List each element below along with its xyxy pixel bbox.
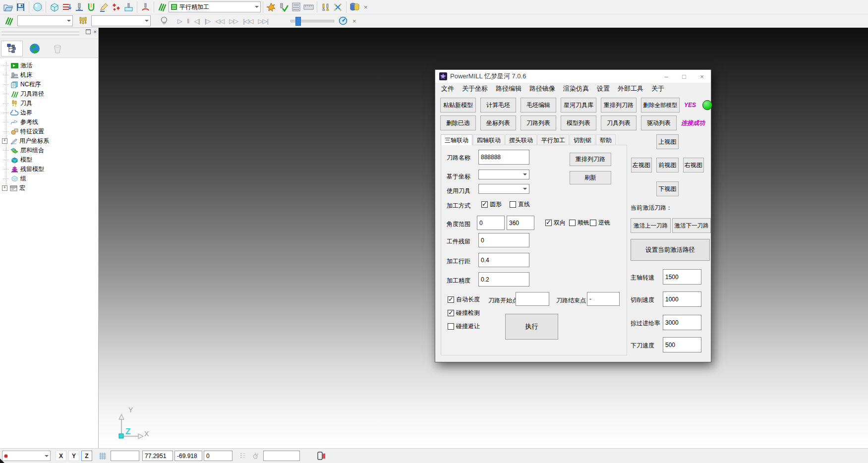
float-panel-icon[interactable] — [86, 29, 91, 34]
sim-tool-combo[interactable] — [91, 15, 151, 26]
toolbar-close-icon[interactable]: × — [361, 3, 371, 11]
expander-icon[interactable]: + — [2, 185, 7, 191]
activate-prev-button[interactable]: 激活上一刀路 — [631, 218, 671, 233]
view-top-button[interactable]: 上视图 — [656, 134, 679, 149]
explorer-header[interactable]: × — [0, 28, 98, 39]
dialog-titlebar[interactable]: PowerMILL 忆梦星河 7.0.6 – □ × — [435, 70, 711, 83]
rearrange-toolpaths-button[interactable]: 重排列刀路 — [601, 98, 637, 113]
delete-selected-button[interactable]: 删除已选 — [440, 116, 476, 130]
recycle-bin-tab[interactable] — [47, 41, 68, 57]
pattern-points-icon[interactable] — [110, 1, 122, 13]
tool-list-button[interactable]: 刀具列表 — [601, 116, 637, 130]
play-icon[interactable]: ▷ — [175, 17, 184, 25]
calc-block-button[interactable]: 计算毛坯 — [480, 98, 516, 113]
go-start-icon[interactable]: |◁◁ — [240, 17, 255, 25]
rapid-heights-icon[interactable] — [73, 1, 85, 13]
tree-item-groups[interactable]: 组 — [0, 174, 98, 183]
tree-item-patterns[interactable]: 参考线 — [0, 117, 98, 127]
activate-next-button[interactable]: 激活下一刀路 — [672, 218, 711, 233]
tool-check-icon[interactable] — [278, 1, 290, 13]
sim-toolpath-combo[interactable] — [17, 15, 73, 26]
swap-axes-icon[interactable] — [332, 1, 344, 13]
conventional-checkbox[interactable]: 逆铣 — [590, 219, 610, 227]
spindle-speed-input[interactable] — [663, 269, 701, 285]
tab-help[interactable]: 帮助 — [596, 134, 616, 145]
auto-length-checkbox[interactable]: 自动长度 — [448, 295, 480, 304]
grid-snap-icon[interactable] — [96, 450, 109, 462]
tools-icon[interactable] — [77, 15, 89, 27]
checkbox-icon[interactable] — [448, 323, 454, 330]
checkbox-icon[interactable] — [510, 201, 516, 208]
cursor-y-field[interactable] — [174, 451, 202, 461]
edit-block-button[interactable]: 毛坯编辑 — [521, 98, 556, 113]
step-back-icon[interactable]: ◁| — [191, 17, 202, 25]
checkbox-icon[interactable] — [569, 220, 576, 226]
save-icon[interactable] — [14, 1, 27, 13]
checkbox-icon[interactable] — [448, 296, 454, 303]
axis-z-button[interactable]: Z — [81, 451, 92, 461]
sim-dial-icon[interactable] — [337, 15, 349, 27]
tree-item-levels-sets[interactable]: 层和组合 — [0, 146, 98, 155]
minimize-button[interactable]: – — [657, 70, 675, 83]
open-file-icon[interactable] — [2, 1, 14, 13]
view-front-button[interactable]: 前视图 — [656, 158, 679, 173]
drag-grip[interactable] — [1, 33, 79, 35]
checkbox-icon[interactable] — [590, 220, 596, 226]
tab-3axis[interactable]: 三轴联动 — [441, 134, 472, 145]
tree-item-feature-sets[interactable]: 特征设置 — [0, 127, 98, 136]
view-right-button[interactable]: 右视图 — [683, 158, 704, 173]
close-panel-icon[interactable]: × — [94, 29, 97, 34]
climb-checkbox[interactable]: 顺铣 — [569, 219, 589, 227]
expander-icon[interactable]: + — [2, 138, 7, 144]
tree-item-tools[interactable]: 刀具 — [0, 99, 98, 108]
tab-parallel[interactable]: 平行加工 — [537, 134, 569, 145]
maximize-button[interactable]: □ — [675, 70, 693, 83]
pause-icon[interactable]: ‖ — [184, 17, 191, 25]
collision-avoid-checkbox[interactable]: 碰撞避让 — [448, 322, 480, 331]
use-tool-dropdown[interactable] — [478, 184, 529, 194]
tab-swivel-head[interactable]: 摆头联动 — [505, 134, 537, 145]
collision-check-icon[interactable] — [122, 1, 135, 13]
tree-item-macros[interactable]: +宏 — [0, 183, 98, 193]
tree-view-tab[interactable] — [1, 41, 23, 57]
tree-item-activate[interactable]: 激活 — [0, 61, 98, 70]
toolpath-edit-icon[interactable] — [98, 1, 110, 13]
coord-list-icon[interactable] — [236, 450, 249, 462]
leads-links-icon[interactable] — [139, 1, 152, 13]
slider-handle[interactable] — [295, 17, 301, 26]
step-forward-icon[interactable]: |▷ — [202, 17, 213, 25]
tree-item-models[interactable]: 模型 — [0, 155, 98, 165]
collision-check-checkbox[interactable]: 碰撞检测 — [448, 309, 480, 317]
menu-coords[interactable]: 关于坐标 — [458, 84, 492, 93]
drag-grip[interactable] — [1, 30, 79, 32]
coord-list-button[interactable]: 坐标列表 — [480, 116, 516, 130]
execute-button[interactable]: 执行 — [505, 314, 558, 340]
end-point-input[interactable] — [587, 292, 620, 306]
circular-checkbox[interactable]: 圆形 — [481, 200, 502, 209]
checkbox-icon[interactable] — [448, 310, 454, 316]
database-cylinders-icon[interactable] — [348, 1, 361, 13]
delete-all-models-button[interactable]: 删除全部模型 — [641, 98, 680, 113]
set-active-path-button[interactable]: 设置当前激活路径 — [631, 239, 710, 261]
status-message-field[interactable] — [263, 451, 300, 461]
fast-forward-icon[interactable]: ▷▷ — [227, 17, 240, 25]
start-point-input[interactable] — [516, 292, 549, 306]
cutting-feed-input[interactable] — [663, 291, 701, 307]
tree-item-boundaries[interactable]: 边界 — [0, 108, 98, 117]
close-button[interactable]: × — [693, 70, 711, 83]
tree-item-nc-programs[interactable]: NC程序 — [0, 80, 98, 89]
world-view-tab[interactable] — [24, 41, 46, 57]
view-bottom-button[interactable]: 下视图 — [656, 181, 679, 196]
toolpath-icon[interactable] — [3, 15, 15, 27]
block-icon[interactable] — [48, 1, 60, 13]
menu-about[interactable]: 关于 — [647, 84, 668, 93]
refresh-button[interactable]: 刷新 — [570, 171, 611, 184]
axis-x-button[interactable]: X — [56, 451, 66, 461]
model-list-button[interactable]: 模型列表 — [561, 116, 596, 130]
menu-settings[interactable]: 设置 — [593, 84, 614, 93]
tool-wizard-icon[interactable] — [265, 1, 278, 13]
menu-path-mirror[interactable]: 路径镜像 — [525, 84, 559, 93]
tree-item-machine-tool[interactable]: 机床 — [0, 70, 98, 80]
angle-from-input[interactable] — [477, 216, 505, 230]
plunge-feed-input[interactable] — [663, 337, 701, 352]
